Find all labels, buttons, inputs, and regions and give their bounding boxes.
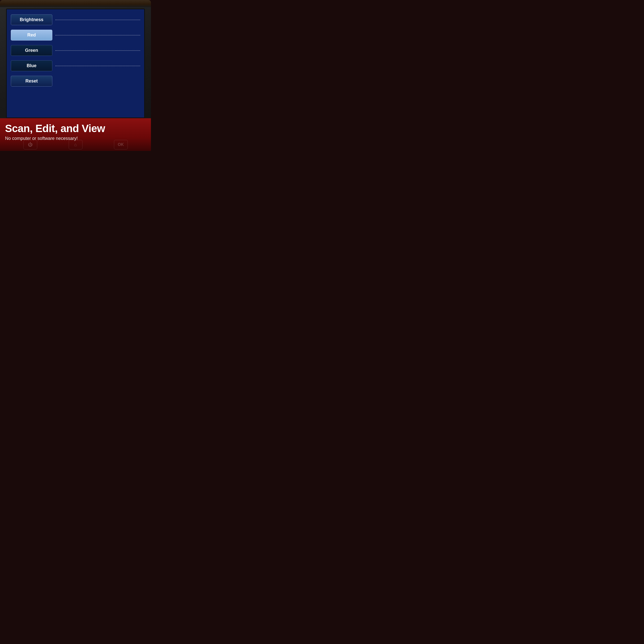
green-row: Green bbox=[11, 45, 140, 56]
brightness-row: Brightness bbox=[11, 14, 140, 25]
brightness-slider-track bbox=[55, 20, 140, 20]
red-row: Red bbox=[11, 30, 140, 41]
home-button[interactable] bbox=[69, 140, 83, 149]
brightness-button[interactable]: Brightness bbox=[11, 14, 52, 25]
device-body: Brightness Red Green Blue Reset Scan, Ed… bbox=[0, 0, 151, 151]
red-slider-track bbox=[55, 35, 140, 35]
reset-button[interactable]: Reset bbox=[11, 76, 52, 87]
home-icon bbox=[74, 142, 77, 147]
green-button[interactable]: Green bbox=[11, 45, 52, 56]
power-button[interactable] bbox=[23, 140, 37, 149]
red-button[interactable]: Red bbox=[11, 30, 52, 41]
hardware-buttons-row: OK bbox=[0, 138, 151, 151]
marketing-headline: Scan, Edit, and View bbox=[5, 123, 146, 134]
marketing-section: Scan, Edit, and View No computer or soft… bbox=[0, 118, 151, 151]
reset-row: Reset bbox=[11, 76, 140, 87]
device-screen: Brightness Red Green Blue Reset bbox=[6, 9, 145, 118]
blue-row: Blue bbox=[11, 60, 140, 71]
green-slider-track bbox=[55, 50, 140, 51]
blue-button[interactable]: Blue bbox=[11, 60, 52, 71]
ok-label: OK bbox=[118, 142, 124, 147]
power-icon bbox=[28, 142, 32, 147]
device-top-bezel bbox=[0, 0, 151, 7]
blue-slider-track bbox=[55, 66, 140, 66]
ok-button[interactable]: OK bbox=[114, 140, 128, 149]
